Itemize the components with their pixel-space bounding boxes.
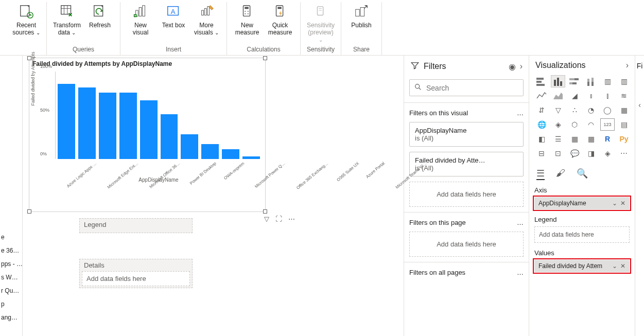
bar[interactable]	[99, 93, 116, 159]
resize-handle[interactable]	[263, 56, 267, 60]
bar[interactable]	[119, 93, 137, 159]
viz-power-apps[interactable]: ◈	[600, 147, 615, 160]
search-box[interactable]	[409, 79, 524, 96]
viz-decomp-tree[interactable]: ⊡	[551, 147, 565, 160]
viz-matrix[interactable]: ▦	[584, 133, 598, 145]
visualization-picker: ▥ ▥ ◢ ⫾ ⫿ ≋ ⇵ ▽ ∴ ◔ ◯ ▦ 🌐 ◈ ⬡ ◠ 123 ▤ ◧ …	[529, 75, 635, 165]
viz-python[interactable]: Py	[617, 133, 631, 145]
viz-scatter[interactable]: ∴	[567, 104, 582, 116]
transform-data-button[interactable]: Transform data ⌄	[52, 2, 82, 45]
viz-100-bar[interactable]: ▥	[600, 75, 615, 87]
text-box-button[interactable]: A Text box	[159, 2, 188, 45]
viz-kpi[interactable]: ◧	[534, 133, 549, 145]
field-format-tabs: ☰ 🖌 🔍	[529, 165, 635, 185]
viz-pie[interactable]: ◔	[584, 104, 598, 116]
viz-paginated[interactable]: ◨	[584, 147, 598, 160]
search-input[interactable]	[426, 84, 519, 92]
viz-slicer[interactable]: ☰	[551, 133, 565, 145]
viz-funnel[interactable]: ▽	[551, 104, 565, 116]
collapse-icon[interactable]: ›	[626, 61, 629, 70]
visibility-icon[interactable]: ◉	[509, 62, 516, 72]
viz-stacked-area[interactable]: ◢	[567, 90, 582, 102]
ribbon-group-label: Sensitivity	[307, 45, 335, 55]
focus-mode-icon[interactable]: ⛶	[275, 215, 282, 223]
viz-donut[interactable]: ◯	[600, 104, 615, 116]
remove-icon[interactable]: ✕	[620, 262, 625, 270]
svg-rect-40	[569, 78, 575, 80]
viz-key-influencers[interactable]: ⊟	[534, 147, 549, 160]
viz-100-column[interactable]: ▥	[617, 75, 631, 87]
x-tick-label: Microsoft Edge Ent…	[107, 161, 140, 189]
viz-filled-map[interactable]: ◈	[551, 118, 565, 131]
new-visual-button[interactable]: New visual	[126, 2, 155, 45]
values-section-title: Values	[534, 249, 630, 257]
refresh-button[interactable]: Refresh	[85, 2, 115, 45]
viz-area[interactable]	[551, 90, 565, 102]
viz-table[interactable]: ▦	[567, 133, 582, 145]
filter-icon[interactable]: ▽	[264, 215, 269, 223]
viz-line-clustered[interactable]: ⫿	[600, 90, 615, 102]
viz-line[interactable]	[534, 90, 549, 102]
bar[interactable]	[78, 87, 96, 159]
new-measure-button[interactable]: New measure	[232, 2, 262, 45]
viz-multi-card[interactable]: ▤	[617, 118, 631, 131]
resize-handle[interactable]	[263, 209, 267, 214]
bar[interactable]	[140, 100, 158, 159]
more-visuals-icon	[198, 3, 215, 20]
viz-waterfall[interactable]: ⇵	[534, 104, 549, 116]
collapse-icon[interactable]: ›	[520, 62, 523, 71]
viz-gauge[interactable]: ◠	[584, 118, 598, 131]
legend-drop-zone[interactable]: Add data fields here	[534, 226, 630, 243]
resize-handle[interactable]	[27, 209, 31, 214]
bar[interactable]	[242, 156, 260, 159]
fields-pane-collapsed[interactable]: Fi ‹	[635, 56, 644, 336]
viz-stacked-bar[interactable]	[534, 75, 549, 87]
bar[interactable]	[161, 114, 178, 159]
report-canvas[interactable]: Failed divided by Attempts by AppDisplay…	[23, 56, 404, 336]
more-icon[interactable]: …	[517, 219, 524, 226]
chevron-down-icon[interactable]: ⌄	[612, 200, 617, 207]
viz-treemap[interactable]: ▦	[617, 104, 631, 116]
more-icon[interactable]: …	[517, 109, 524, 117]
viz-clustered-column[interactable]	[551, 75, 565, 87]
more-icon[interactable]: …	[517, 269, 524, 276]
filter-drop-zone[interactable]: Add data fields here	[409, 182, 524, 207]
bar[interactable]	[58, 84, 75, 159]
svg-point-23	[248, 13, 249, 14]
viz-shape-map[interactable]: ⬡	[567, 118, 582, 131]
viz-card[interactable]: 123	[600, 118, 615, 131]
chart-visual[interactable]: Failed divided by Attempts by AppDisplay…	[29, 58, 266, 212]
values-field-pill[interactable]: Failed divided by Attem ⌄✕	[534, 260, 630, 272]
bar[interactable]	[181, 134, 198, 159]
viz-r[interactable]: R	[600, 133, 615, 145]
svg-marker-47	[553, 93, 563, 99]
svg-point-22	[245, 13, 246, 14]
section-title: Filters on this visual	[409, 109, 468, 117]
more-visuals-button[interactable]: More visuals ⌄	[192, 2, 221, 45]
bar[interactable]	[201, 144, 219, 159]
bar[interactable]	[222, 149, 239, 159]
format-tab-icon[interactable]: 🖌	[556, 168, 565, 180]
viz-get-more[interactable]: ⋯	[617, 147, 631, 160]
remove-icon[interactable]: ✕	[620, 200, 625, 207]
more-options-icon[interactable]: ⋯	[288, 215, 295, 223]
viz-map[interactable]: 🌐	[534, 118, 549, 131]
axis-field-pill[interactable]: AppDisplayName ⌄✕	[534, 197, 630, 209]
viz-line-column[interactable]: ⫾	[584, 90, 598, 102]
viz-qa[interactable]: 💬	[567, 147, 582, 160]
viz-stacked-column[interactable]	[584, 75, 598, 87]
filter-drop-zone[interactable]: Add data fields here	[409, 232, 524, 257]
quick-measure-button[interactable]: Quick measure	[265, 2, 295, 45]
viz-ribbon[interactable]: ≋	[617, 90, 631, 102]
label: More visuals ⌄	[193, 22, 220, 37]
filter-card[interactable]: AppDisplayName is (All)	[409, 122, 524, 147]
publish-button[interactable]: Publish	[346, 2, 376, 45]
legend-well[interactable]: Legend	[79, 218, 193, 233]
details-well[interactable]: Details Add data fields here	[79, 259, 193, 288]
analytics-tab-icon[interactable]: 🔍	[577, 168, 588, 180]
chevron-down-icon[interactable]: ⌄	[612, 262, 617, 270]
fields-tab-icon[interactable]: ☰	[536, 168, 545, 180]
label: Publish	[351, 22, 371, 29]
viz-stacked-bar-h[interactable]	[567, 75, 582, 87]
recent-sources-button[interactable]: Recent sources ⌄	[11, 2, 41, 45]
